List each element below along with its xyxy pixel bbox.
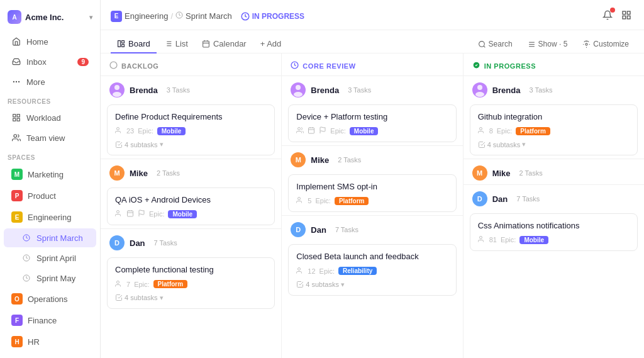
card-meta: 5 Epic: Platform [296, 196, 448, 205]
sidebar-item-hr[interactable]: H HR [4, 332, 96, 352]
tab-list[interactable]: List [158, 35, 194, 53]
backlog-label: BACKLOG [121, 62, 158, 70]
sidebar-item-finance[interactable]: F Finance [4, 310, 96, 330]
notification-dot [610, 8, 615, 13]
view-tabs: Board List Calendar + Add Search Show · … [101, 30, 644, 53]
epic-platform-tag3: Platform [516, 127, 550, 135]
sidebar-item-sprint-april[interactable]: Sprint April [4, 249, 96, 267]
card-sms-optin[interactable]: Implement SMS opt-in 5 Epic: Platform [288, 174, 456, 212]
review-label: CORE REVIEW [303, 62, 355, 70]
dan2-name: Dan [311, 225, 326, 235]
brenda3-name: Brenda [492, 86, 521, 95]
spaces-section-label: Spaces [0, 148, 100, 164]
card-meta: 81 Epic: Mobile [478, 235, 630, 244]
card-title: Closed Beta launch and feedback [296, 251, 448, 262]
tab-add[interactable]: + Add [254, 35, 288, 53]
engineering-dot: E [11, 211, 23, 223]
card-functional-testing[interactable]: Complete functional testing 7 Epic: Plat… [107, 257, 275, 308]
brenda2-avatar [291, 82, 306, 98]
card-qa-ios[interactable]: QA iOS + Android Devices Epic: Mobile [107, 187, 275, 225]
epic-platform-tag2: Platform [335, 197, 369, 205]
layout-toggle[interactable] [619, 8, 634, 25]
sidebar-nav-workload[interactable]: Workload [4, 108, 96, 127]
tab-actions: Search Show · 5 Customize [473, 37, 634, 51]
tab-calendar[interactable]: Calendar [196, 35, 253, 53]
sidebar-nav-home[interactable]: Home [4, 32, 96, 51]
svg-rect-4 [17, 115, 19, 117]
svg-rect-41 [128, 211, 133, 216]
breadcrumb-space-icon: E [111, 11, 122, 22]
sidebar-nav-more[interactable]: More [4, 72, 96, 91]
sprint-march-icon [21, 233, 31, 243]
svg-point-62 [479, 237, 482, 239]
brenda3-count: 3 Tasks [529, 86, 552, 94]
group-row-mike: M Mike 2 Tasks [101, 159, 281, 184]
card-device-platform[interactable]: Device + Platform testing Epic: Mobile [288, 104, 456, 142]
sidebar-nav-teamview[interactable]: Team view [4, 128, 96, 147]
app-logo[interactable]: A Acme Inc. ▾ [0, 6, 100, 31]
svg-point-59 [477, 85, 482, 90]
brenda-avatar [109, 82, 125, 98]
person-icon6 [296, 267, 304, 276]
calendar-icon2 [308, 126, 315, 135]
card-title: Device + Platform testing [296, 111, 448, 123]
notification-bell[interactable] [600, 8, 615, 25]
svg-rect-6 [13, 118, 16, 121]
sidebar-item-marketing[interactable]: M Marketing [4, 164, 96, 184]
customize-button[interactable]: Customize [577, 37, 634, 51]
card-num: 23 [126, 127, 134, 135]
svg-point-30 [479, 41, 484, 47]
dan-avatar: D [109, 235, 125, 250]
card-title: Implement SMS opt-in [296, 181, 448, 193]
app-name: Acme Inc. [25, 13, 64, 22]
tab-board[interactable]: Board [111, 35, 157, 53]
tab-add-label: + Add [260, 39, 282, 48]
card-github[interactable]: Github integration 8 Epic: Platform 4 su… [470, 104, 638, 155]
chevron-down-icon7: ▾ [522, 140, 526, 148]
sidebar-item-operations[interactable]: O Operations [4, 289, 96, 309]
mike3-avatar: M [472, 165, 487, 181]
svg-point-2 [13, 81, 14, 82]
card-meta: 12 Epic: Reliability [296, 267, 448, 276]
subtasks-label: 4 subtasks [125, 141, 158, 148]
inbox-badge: 9 [77, 58, 89, 66]
brenda-name: Brenda [130, 86, 158, 95]
card-define-product[interactable]: Define Product Requirements 23 Epic: Mob… [107, 104, 275, 155]
workload-label: Workload [26, 113, 61, 123]
sidebar-nav-inbox[interactable]: Inbox 9 [4, 52, 96, 71]
card-beta-launch[interactable]: Closed Beta launch and feedback 12 Epic:… [288, 244, 456, 295]
hr-dot: H [11, 336, 23, 347]
teamview-label: Team view [26, 133, 65, 143]
in-progress-label: IN PROGRESS [252, 12, 304, 21]
show-button[interactable]: Show · 5 [523, 37, 573, 51]
engineering-label: Engineering [28, 213, 71, 222]
sprint-april-label: Sprint April [36, 254, 76, 263]
search-button[interactable]: Search [473, 37, 518, 51]
backlog-circle-icon [109, 61, 118, 70]
sidebar: A Acme Inc. ▾ Home Inbox 9 More Resource… [0, 0, 101, 358]
dan2-count: 7 Tasks [335, 226, 358, 233]
svg-rect-18 [122, 41, 125, 43]
breadcrumb-engineering[interactable]: Engineering [125, 11, 168, 21]
inbox-label: Inbox [26, 57, 47, 67]
col-header-inprogress: IN PROGRESS [464, 53, 644, 76]
sidebar-item-engineering[interactable]: E Engineering [4, 207, 96, 227]
board: BACKLOG Brenda 3 Tasks Define Product Re… [101, 53, 644, 358]
calendar-icon [126, 210, 134, 218]
sidebar-item-product[interactable]: P Product [4, 186, 96, 206]
card-meta: 7 Epic: Platform [115, 280, 267, 289]
epic-label2: Epic: [149, 210, 164, 218]
flag-icon2 [319, 126, 326, 135]
add-space-button[interactable]: + Add Space [4, 354, 96, 358]
dan3-name: Dan [492, 194, 508, 204]
subtask-icon [115, 141, 123, 148]
sidebar-item-sprint-march[interactable]: Sprint March [4, 228, 96, 247]
topbar-actions [600, 8, 634, 25]
svg-rect-16 [627, 16, 630, 19]
card-css-animations[interactable]: Css Animations notifications 81 Epic: Mo… [470, 213, 638, 251]
dan3-avatar: D [472, 191, 487, 206]
sidebar-item-sprint-may[interactable]: Sprint May [4, 269, 96, 288]
svg-point-57 [298, 267, 301, 270]
breadcrumb-sprint-march[interactable]: Sprint March [186, 11, 232, 21]
operations-label: Operations [28, 294, 68, 304]
